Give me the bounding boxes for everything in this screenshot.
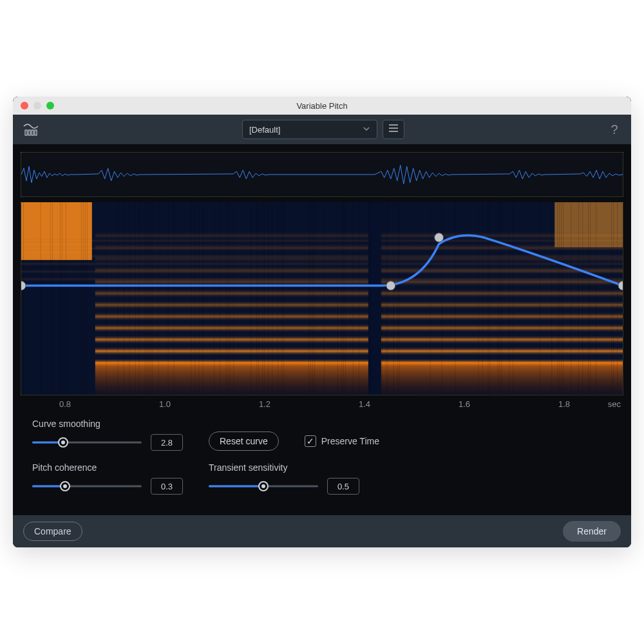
chevron-down-icon	[363, 125, 370, 135]
time-axis-unit: sec	[608, 399, 621, 409]
pitch-coherence-label: Pitch coherence	[32, 462, 183, 473]
svg-rect-1	[28, 130, 30, 135]
time-axis: 0.8 1.0 1.2 1.4 1.6 1.8 sec	[21, 395, 623, 412]
preserve-time-checkbox[interactable]: ✓	[305, 435, 316, 447]
svg-rect-0	[25, 130, 27, 135]
curve-smoothing-slider[interactable]	[32, 437, 142, 448]
module-curve-icon	[22, 120, 40, 138]
compare-button[interactable]: Compare	[23, 522, 82, 541]
time-tick: 0.8	[59, 399, 71, 409]
curve-smoothing-group: Curve smoothing 2.8	[32, 419, 183, 451]
spectrogram-display	[21, 202, 623, 395]
minimize-window-button[interactable]	[33, 102, 41, 109]
curve-smoothing-value[interactable]: 2.8	[151, 434, 183, 451]
time-tick: 1.8	[558, 399, 570, 409]
preset-dropdown[interactable]: [Default]	[242, 120, 377, 139]
waveform-panel[interactable]	[21, 152, 623, 197]
time-tick: 1.6	[459, 399, 470, 409]
preset-dropdown-value: [Default]	[249, 125, 280, 135]
traffic-lights	[13, 102, 54, 109]
toolbar: [Default] ?	[13, 115, 631, 144]
spectrogram-panel[interactable]	[21, 202, 623, 395]
reset-curve-button[interactable]: Reset curve	[209, 431, 279, 451]
render-button[interactable]: Render	[563, 521, 621, 542]
time-tick: 1.2	[259, 399, 270, 409]
pitch-coherence-value[interactable]: 0.3	[151, 478, 183, 495]
transient-sensitivity-label: Transient sensitivity	[209, 462, 359, 473]
window-title: Variable Pitch	[13, 101, 631, 111]
preserve-time-group: ✓ Preserve Time	[305, 431, 379, 451]
pitch-coherence-group: Pitch coherence 0.3	[32, 462, 183, 495]
transient-sensitivity-slider[interactable]	[209, 480, 318, 492]
titlebar: Variable Pitch	[13, 97, 631, 115]
controls-panel: Curve smoothing 2.8 Reset curve ✓	[13, 412, 631, 506]
waveform-display	[21, 153, 623, 196]
help-button[interactable]: ?	[607, 122, 622, 137]
preserve-time-label: Preserve Time	[321, 436, 379, 446]
svg-rect-3	[35, 130, 37, 135]
footer: Compare Render	[13, 515, 631, 547]
time-tick: 1.0	[159, 399, 171, 409]
pitch-coherence-slider[interactable]	[32, 480, 142, 492]
zoom-window-button[interactable]	[46, 102, 54, 109]
curve-smoothing-label: Curve smoothing	[32, 419, 183, 429]
hamburger-icon	[388, 124, 399, 135]
app-window: Variable Pitch [Default]	[13, 97, 631, 547]
transient-sensitivity-value[interactable]: 0.5	[327, 478, 359, 495]
checkmark-icon: ✓	[307, 437, 314, 446]
preset-menu-button[interactable]	[383, 120, 404, 139]
content-area: 0.8 1.0 1.2 1.4 1.6 1.8 sec Curve smooth…	[13, 144, 631, 515]
svg-rect-2	[32, 130, 33, 135]
close-window-button[interactable]	[21, 102, 28, 109]
transient-sensitivity-group: Transient sensitivity 0.5	[209, 462, 359, 495]
time-tick: 1.4	[359, 399, 370, 409]
